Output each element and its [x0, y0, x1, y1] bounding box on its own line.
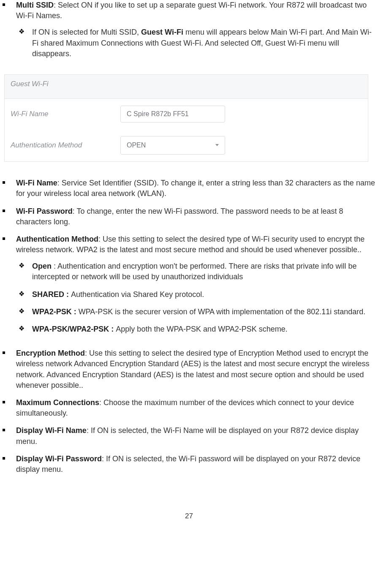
sub-list: If ON is selected for Multi SSID, Guest …: [16, 27, 376, 66]
panel-heading: Guest Wi-Fi: [5, 74, 368, 99]
list-item: Encryption Method: Use this setting to s…: [2, 348, 376, 397]
sub-list-item: WPA-PSK/WPA2-PSK : Apply both the WPA-PS…: [16, 324, 376, 341]
sub-text: WPA-PSK is the securer version of WPA wi…: [79, 308, 366, 316]
list-item: Display Wi-Fi Name: If ON is selected, t…: [2, 425, 376, 453]
list-item: Wi-Fi Password: To change, enter the new…: [2, 206, 376, 234]
sub-list-item: WPA2-PSK : WPA-PSK is the securer versio…: [16, 307, 376, 324]
sub-text: Authentication via Shared Key protocol.: [71, 290, 204, 299]
sub-list-item: SHARED : Authentication via Shared Key p…: [16, 289, 376, 307]
sub-text: : Authentication and encryption won't be…: [32, 262, 357, 281]
sub-title: SHARED :: [32, 290, 71, 299]
guest-wifi-panel: Guest Wi-Fi Wi-Fi Name Authentication Me…: [4, 74, 368, 162]
wifi-name-label: Wi-Fi Name: [11, 109, 120, 119]
sub-text: If ON is selected for Multi SSID,: [32, 28, 141, 36]
page-number: 27: [0, 511, 378, 530]
item-title: Multi SSID: [16, 1, 54, 9]
auth-method-select[interactable]: OPEN: [120, 136, 225, 155]
auth-method-label: Authentication Method: [11, 140, 120, 150]
item-title: Maximum Connections: [16, 398, 99, 407]
item-title: Wi-Fi Password: [16, 207, 73, 215]
list-item: Authentication Method: Use this setting …: [2, 234, 376, 348]
list-item: Wi-Fi Name: Service Set Identifier (SSID…: [2, 178, 376, 206]
sub-bold: Guest Wi-Fi: [141, 28, 183, 36]
wifi-name-input[interactable]: [120, 106, 225, 122]
sub-title: Open: [32, 262, 54, 270]
sub-list-item: If ON is selected for Multi SSID, Guest …: [16, 27, 376, 66]
item-title: Display Wi-Fi Password: [16, 455, 102, 463]
item-title: Authentication Method: [16, 235, 98, 243]
form-row: Authentication Method OPEN: [5, 129, 368, 161]
list-item: Maximum Connections: Choose the maximum …: [2, 397, 376, 425]
list-item: Display Wi-Fi Password: If ON is selecte…: [2, 454, 376, 482]
item-text: : Select ON if you like to set up a sepa…: [16, 1, 367, 20]
item-title: Wi-Fi Name: [16, 179, 57, 187]
sub-title: WPA2-PSK :: [32, 308, 79, 316]
bullet-list: Wi-Fi Name: Service Set Identifier (SSID…: [0, 178, 378, 482]
sub-list: Open : Authentication and encryption won…: [16, 261, 376, 341]
form-row: Wi-Fi Name: [5, 99, 368, 129]
sub-text: Apply both the WPA-PSK and WPA2-PSK sche…: [116, 325, 288, 333]
list-item: Multi SSID: Select ON if you like to set…: [2, 0, 376, 73]
document-page: Multi SSID: Select ON if you like to set…: [0, 0, 378, 530]
sub-list-item: Open : Authentication and encryption won…: [16, 261, 376, 289]
select-value: OPEN: [127, 141, 146, 150]
chevron-down-icon: [215, 144, 219, 146]
item-title: Encryption Method: [16, 349, 85, 357]
item-title: Display Wi-Fi Name: [16, 426, 87, 435]
sub-title: WPA-PSK/WPA2-PSK :: [32, 325, 116, 333]
item-text: : Service Set Identifier (SSID). To chan…: [16, 179, 375, 198]
bullet-list: Multi SSID: Select ON if you like to set…: [0, 0, 378, 73]
